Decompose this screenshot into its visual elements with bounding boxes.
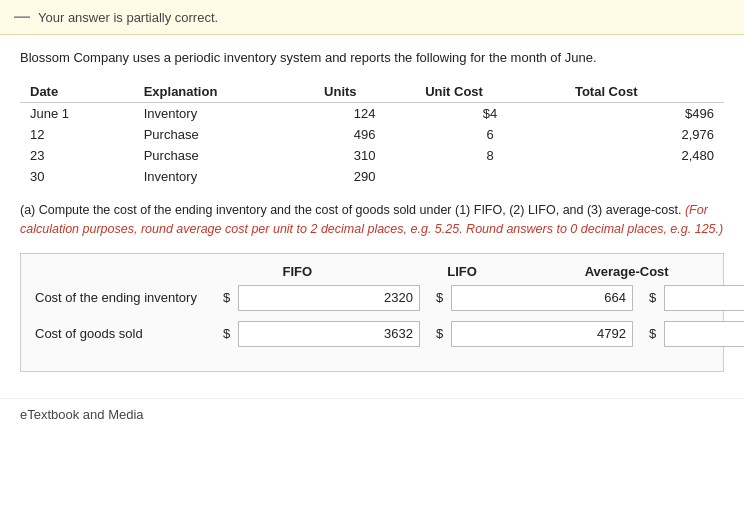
cell-explanation: Purchase [134, 124, 314, 145]
col-explanation: Explanation [134, 81, 314, 103]
cell-units: 496 [314, 124, 415, 145]
cell-total-cost [565, 166, 724, 187]
cell-unit-cost: $4 [415, 103, 565, 125]
col-units: Units [314, 81, 415, 103]
main-content: Blossom Company uses a periodic inventor… [0, 35, 744, 392]
cell-total-cost: 2,976 [565, 124, 724, 145]
instructions-main: (a) Compute the cost of the ending inven… [20, 203, 681, 217]
avg-dollar-0: $ [649, 290, 661, 305]
inventory-table: Date Explanation Units Unit Cost Total C… [20, 81, 724, 187]
fifo-dollar-1: $ [223, 326, 235, 341]
cell-explanation: Purchase [134, 145, 314, 166]
etextbook-bar: eTextbook and Media [0, 398, 744, 430]
fifo-input-0[interactable] [238, 285, 420, 311]
lifo-input-0[interactable] [451, 285, 633, 311]
ending-inventory-row: Cost of the ending inventory $ $ $ [35, 285, 709, 311]
lifo-cell-0: $ [428, 285, 641, 311]
calc-section: FIFO LIFO Average-Cost Cost of the endin… [20, 253, 724, 372]
cell-total-cost: 2,480 [565, 145, 724, 166]
page-wrapper: — Your answer is partially correct. Blos… [0, 0, 744, 529]
row-label-0: Cost of the ending inventory [35, 290, 215, 305]
avg-input-1[interactable] [664, 321, 744, 347]
table-row: June 1 Inventory 124 $4 $496 [20, 103, 724, 125]
alert-bar: — Your answer is partially correct. [0, 0, 744, 35]
cell-unit-cost: 8 [415, 145, 565, 166]
lifo-header: LIFO [380, 264, 545, 279]
col-total-cost: Total Cost [565, 81, 724, 103]
cell-unit-cost: 6 [415, 124, 565, 145]
table-row: 12 Purchase 496 6 2,976 [20, 124, 724, 145]
etextbook-label: eTextbook and Media [20, 407, 144, 422]
lifo-dollar-0: $ [436, 290, 448, 305]
fifo-input-1[interactable] [238, 321, 420, 347]
intro-paragraph: Blossom Company uses a periodic inventor… [20, 49, 724, 67]
cell-date: June 1 [20, 103, 134, 125]
cell-explanation: Inventory [134, 166, 314, 187]
col-date: Date [20, 81, 134, 103]
fifo-header: FIFO [215, 264, 380, 279]
cell-units: 124 [314, 103, 415, 125]
avg-cell-0: $ [641, 285, 744, 311]
cell-units: 310 [314, 145, 415, 166]
cell-explanation: Inventory [134, 103, 314, 125]
calc-headers: FIFO LIFO Average-Cost [35, 264, 709, 279]
instructions: (a) Compute the cost of the ending inven… [20, 201, 724, 239]
avg-input-0[interactable] [664, 285, 744, 311]
table-row: 30 Inventory 290 [20, 166, 724, 187]
avg-dollar-1: $ [649, 326, 661, 341]
lifo-cell-1: $ [428, 321, 641, 347]
lifo-dollar-1: $ [436, 326, 448, 341]
goods-sold-row: Cost of goods sold $ $ $ [35, 321, 709, 347]
avg-cell-1: $ [641, 321, 744, 347]
fifo-cell-1: $ [215, 321, 428, 347]
row-label-1: Cost of goods sold [35, 326, 215, 341]
table-row: 23 Purchase 310 8 2,480 [20, 145, 724, 166]
cell-units: 290 [314, 166, 415, 187]
fifo-dollar-0: $ [223, 290, 235, 305]
cell-date: 23 [20, 145, 134, 166]
cell-date: 12 [20, 124, 134, 145]
fifo-cell-0: $ [215, 285, 428, 311]
cell-unit-cost [415, 166, 565, 187]
alert-icon: — [14, 8, 30, 26]
col-unit-cost: Unit Cost [415, 81, 565, 103]
cell-total-cost: $496 [565, 103, 724, 125]
lifo-input-1[interactable] [451, 321, 633, 347]
alert-text: Your answer is partially correct. [38, 10, 218, 25]
cell-date: 30 [20, 166, 134, 187]
avg-header: Average-Cost [544, 264, 709, 279]
